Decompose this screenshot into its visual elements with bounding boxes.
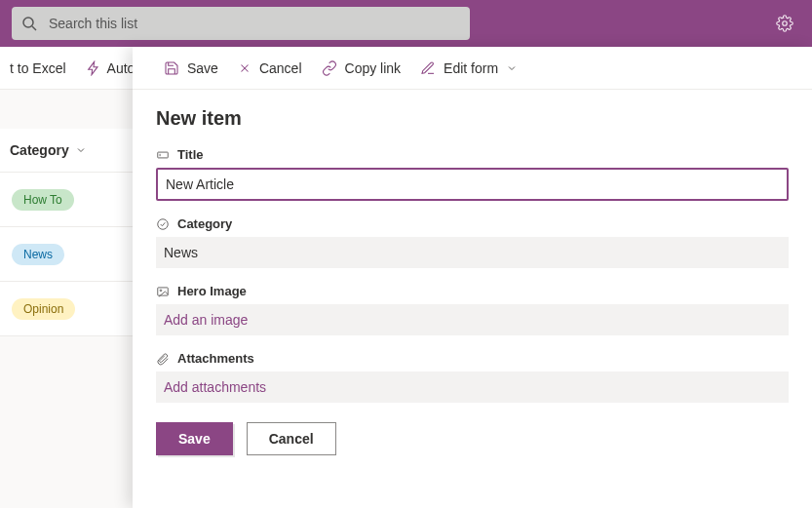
field-label: Title xyxy=(156,147,789,162)
field-label: Category xyxy=(156,216,789,231)
cancel-button[interactable]: Cancel xyxy=(247,422,336,455)
panel-toolbar: Save Cancel Copy link Edit form xyxy=(133,47,812,90)
save-icon xyxy=(164,60,179,76)
chevron-down-icon xyxy=(506,62,518,74)
chevron-down-icon xyxy=(75,144,87,156)
command-label: Edit form xyxy=(444,60,498,76)
panel-buttons: Save Cancel xyxy=(156,422,789,455)
command-label: Copy link xyxy=(345,60,402,76)
settings-button[interactable] xyxy=(769,8,800,39)
copy-link-command[interactable]: Copy link xyxy=(318,57,406,80)
top-bar xyxy=(0,0,812,47)
svg-line-1 xyxy=(32,26,36,30)
svg-point-9 xyxy=(160,289,162,291)
category-value[interactable]: News xyxy=(156,237,789,268)
field-label-text: Attachments xyxy=(177,351,254,366)
gear-icon xyxy=(776,15,793,32)
toolbar-label: t to Excel xyxy=(10,60,66,76)
svg-rect-8 xyxy=(158,287,169,294)
category-pill: Opinion xyxy=(12,298,75,320)
panel-title: New item xyxy=(156,107,789,130)
toolbar-label: Auto xyxy=(107,60,135,76)
svg-rect-5 xyxy=(158,152,169,158)
export-excel-button[interactable]: t to Excel xyxy=(4,47,72,89)
command-label: Save xyxy=(187,60,218,76)
search-icon xyxy=(21,16,37,31)
field-label: Attachments xyxy=(156,351,789,366)
search-box[interactable] xyxy=(12,7,470,40)
choice-icon xyxy=(156,217,170,231)
image-icon xyxy=(156,285,170,298)
svg-point-7 xyxy=(158,218,169,229)
search-input[interactable] xyxy=(47,15,460,32)
title-input[interactable] xyxy=(156,168,789,201)
svg-point-2 xyxy=(783,21,788,26)
field-title: Title xyxy=(156,147,789,201)
add-image-link[interactable]: Add an image xyxy=(156,304,789,335)
category-pill: How To xyxy=(12,189,74,211)
save-button[interactable]: Save xyxy=(156,422,233,455)
link-icon xyxy=(322,60,337,76)
field-label: Hero Image xyxy=(156,284,789,298)
add-attachments-link[interactable]: Add attachments xyxy=(156,371,789,403)
cancel-command[interactable]: Cancel xyxy=(234,57,306,80)
field-label-text: Category xyxy=(177,216,232,231)
text-field-icon xyxy=(156,148,170,162)
panel-body: New item Title Category News Hero Image … xyxy=(133,90,812,473)
category-pill: News xyxy=(12,244,64,265)
field-label-text: Title xyxy=(177,147,204,162)
command-label: Cancel xyxy=(259,60,302,76)
close-icon xyxy=(238,61,251,75)
field-label-text: Hero Image xyxy=(177,284,247,298)
field-category: Category News xyxy=(156,216,789,268)
field-attachments: Attachments Add attachments xyxy=(156,351,789,403)
column-header-label: Category xyxy=(10,142,69,158)
automate-button[interactable]: Auto xyxy=(80,47,141,89)
save-command[interactable]: Save xyxy=(160,57,222,80)
new-item-panel: Save Cancel Copy link Edit form New item xyxy=(133,47,812,508)
attachment-icon xyxy=(156,352,170,366)
field-hero-image: Hero Image Add an image xyxy=(156,284,789,335)
automate-icon xyxy=(86,60,101,76)
svg-point-0 xyxy=(23,18,33,27)
edit-form-command[interactable]: Edit form xyxy=(416,57,522,80)
edit-icon xyxy=(420,60,436,76)
